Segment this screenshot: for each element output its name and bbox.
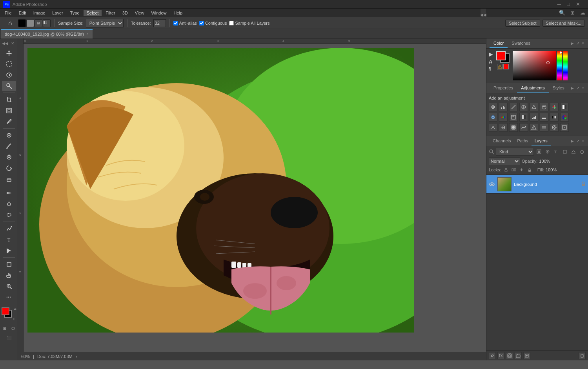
color-picker[interactable]: ⇄ ⊡ — [2, 307, 16, 321]
spot-heal-tool[interactable] — [2, 130, 16, 140]
background-layer[interactable]: Background — [486, 175, 588, 194]
delete-layer-btn[interactable] — [579, 352, 586, 359]
adj-match-icon[interactable] — [560, 123, 569, 132]
panel-collapse-handle[interactable]: ◀◀ — [481, 9, 486, 20]
adj-posterize-icon[interactable] — [530, 113, 538, 122]
color-tab[interactable]: Color — [490, 39, 508, 48]
adj-gradient-map-icon[interactable] — [550, 113, 559, 122]
color-panel-menu-btn[interactable]: ≡ — [581, 41, 585, 46]
standard-mode-btn[interactable]: ⊞ — [1, 325, 8, 332]
adj-brightness-icon[interactable] — [489, 103, 497, 111]
menu-view[interactable]: View — [132, 10, 147, 16]
menu-type[interactable]: Type — [67, 10, 83, 16]
filter-type-icon[interactable]: T — [553, 148, 560, 155]
pen-tool[interactable] — [2, 224, 16, 234]
new-group-btn[interactable] — [515, 352, 522, 359]
document-tab[interactable]: dog-4180480_1920.jpg @ 60% (RGB/8#) × — [1, 29, 93, 38]
reset-colors-btn[interactable]: ⊡ — [13, 317, 16, 321]
sat-slider[interactable] — [563, 51, 568, 80]
filter-adj-icon[interactable] — [544, 148, 551, 155]
paths-tab[interactable]: Paths — [514, 137, 531, 145]
lock-position-icon[interactable] — [503, 167, 509, 173]
adj-hdr-icon[interactable] — [530, 123, 538, 132]
color-arrow-icon[interactable]: ▶ — [489, 51, 493, 57]
adj-panel-menu[interactable]: ≡ — [581, 85, 585, 91]
menu-file[interactable]: File — [2, 10, 15, 16]
adj-hsb-icon[interactable] — [540, 103, 548, 111]
menu-layer[interactable]: Layer — [49, 10, 66, 16]
adj-smart-icon[interactable] — [519, 123, 528, 132]
toolbox-close-btn[interactable]: ✕ — [9, 40, 16, 46]
minimize-button[interactable]: ─ — [555, 0, 563, 8]
adj-curves-icon[interactable] — [509, 103, 518, 111]
adj-color-lookup-icon[interactable] — [509, 113, 518, 122]
close-button[interactable]: ✕ — [574, 0, 582, 8]
properties-tab[interactable]: Properties — [490, 84, 517, 93]
adj-levels-icon[interactable] — [499, 103, 508, 111]
adj-shadows-icon[interactable] — [489, 123, 497, 132]
color-field[interactable] — [513, 51, 556, 80]
adj-colorbalance-icon[interactable] — [550, 103, 559, 111]
color-paint-icon[interactable]: ¶ — [489, 66, 491, 71]
layer-kind-filter[interactable]: Kind — [496, 148, 534, 156]
color-panel-expand-btn[interactable]: ↗ — [575, 41, 580, 46]
eyedropper-tool[interactable] — [2, 116, 16, 127]
filter-toggle-icon[interactable]: ⊙ — [579, 148, 586, 155]
menu-help[interactable]: Help — [171, 10, 186, 16]
fg-color-swatch[interactable] — [496, 51, 506, 60]
marquee-tool[interactable] — [2, 59, 16, 69]
quick-mask-btn[interactable]: ⬡ — [9, 325, 16, 332]
fg-color-box[interactable] — [2, 307, 9, 315]
sample-size-select[interactable]: Point Sample — [86, 19, 124, 27]
adj-midtones-icon[interactable] — [499, 123, 508, 132]
channels-tab[interactable]: Channels — [490, 137, 514, 145]
bg-swatch[interactable] — [26, 19, 34, 27]
tab-close-button[interactable]: × — [86, 32, 89, 36]
adj-dehaze-icon[interactable] — [540, 123, 548, 132]
sample-all-layers-checkbox[interactable] — [229, 21, 234, 25]
maximize-button[interactable]: □ — [564, 0, 572, 8]
menu-filter[interactable]: Filter — [102, 10, 118, 16]
menu-select[interactable]: Select — [84, 10, 102, 16]
clone-tool[interactable] — [2, 152, 16, 162]
color-preview-box[interactable] — [503, 64, 509, 69]
new-layer-btn[interactable] — [523, 352, 530, 359]
filter-smart-icon[interactable] — [570, 148, 577, 155]
swatches-tab[interactable]: Swatches — [508, 39, 534, 48]
filter-pixel-icon[interactable] — [535, 148, 542, 155]
frame-tool[interactable] — [2, 105, 16, 116]
adj-lens-icon[interactable] — [550, 123, 559, 132]
adj-highlights-icon[interactable] — [509, 123, 518, 132]
text-tool[interactable]: T — [2, 234, 16, 245]
lock-all-icon[interactable] — [526, 167, 533, 173]
adj-threshold-icon[interactable] — [540, 113, 548, 122]
eraser-tool[interactable] — [2, 174, 16, 184]
adj-invert-icon[interactable] — [519, 113, 528, 122]
link-layers-btn[interactable] — [489, 352, 496, 359]
adj-channel-mixer-icon[interactable] — [499, 113, 508, 122]
path-select-tool[interactable] — [2, 245, 16, 256]
layer-thumbnail[interactable] — [497, 177, 512, 191]
add-mask-btn[interactable] — [506, 352, 513, 359]
status-arrow[interactable]: › — [76, 354, 77, 359]
brush-tool[interactable] — [2, 141, 16, 151]
more-tools-btn[interactable]: ••• — [2, 292, 16, 302]
warning-icon[interactable]: ! — [497, 64, 502, 69]
move-tool[interactable] — [2, 48, 16, 58]
adjustments-tab[interactable]: Adjustments — [517, 84, 549, 93]
screen-mode-btn[interactable]: ⬛ — [5, 334, 13, 341]
lock-move-icon[interactable] — [519, 167, 525, 173]
blur-tool[interactable] — [2, 210, 16, 220]
adj-selective-color-icon[interactable] — [560, 113, 569, 122]
hand-tool[interactable] — [2, 270, 16, 280]
layers-menu-btn[interactable]: ≡ — [581, 138, 585, 144]
select-subject-button[interactable]: Select Subject — [505, 20, 540, 27]
toolbox-collapse-btn[interactable]: ◀◀ — [2, 40, 9, 46]
history-brush-tool[interactable] — [2, 163, 16, 173]
add-layer-style-btn[interactable]: fx — [497, 352, 504, 359]
layers-expand-btn[interactable]: ↗ — [575, 138, 580, 144]
anti-alias-checkbox[interactable] — [173, 21, 178, 25]
adj-vibrance-icon[interactable] — [530, 103, 538, 111]
cloud-icon[interactable]: ☁ — [579, 9, 586, 17]
menu-edit[interactable]: Edit — [16, 10, 29, 16]
